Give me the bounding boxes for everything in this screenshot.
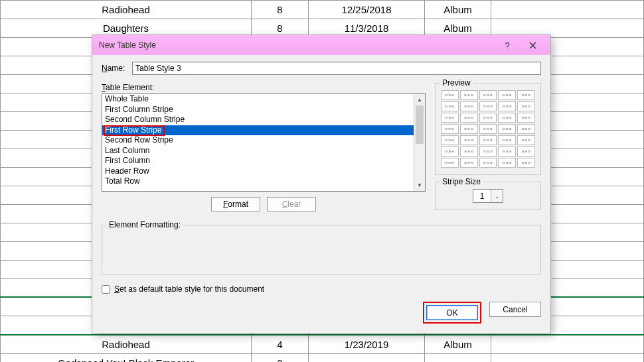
preview-cell: »»» [460, 113, 478, 123]
preview-label: Preview [440, 78, 473, 88]
preview-cell: »»» [498, 101, 516, 111]
preview-cell: »»» [498, 158, 516, 168]
table-cell[interactable]: Album [425, 1, 491, 19]
name-input[interactable] [132, 62, 541, 75]
table-cell[interactable]: 12/25/2018 [309, 1, 425, 19]
table-cell[interactable]: Radiohead [1, 1, 252, 19]
cancel-button[interactable]: Cancel [489, 302, 541, 317]
dialog-titlebar[interactable]: New Table Style ? [92, 35, 550, 55]
preview-cell: »»» [460, 158, 478, 168]
preview-cell: »»» [479, 147, 497, 156]
table-cell[interactable] [309, 353, 425, 362]
preview-cell: »»» [479, 101, 497, 111]
element-formatting-fieldset: Element Formatting: [102, 225, 541, 275]
new-table-style-dialog: New Table Style ? Name: Table Element: W… [92, 34, 551, 333]
scroll-up-icon[interactable]: ▲ [414, 94, 425, 105]
table-cell[interactable] [491, 1, 644, 19]
ok-button-highlight: OK [423, 302, 481, 324]
stripe-size-fieldset: Stripe Size ⌄ [435, 182, 541, 210]
table-cell[interactable] [425, 353, 491, 362]
listbox-item[interactable]: First Column Stripe [102, 105, 414, 115]
preview-cell: »»» [498, 147, 516, 156]
preview-cell: »»» [441, 124, 459, 134]
preview-cell: »»» [479, 90, 497, 100]
preview-cell: »»» [479, 135, 497, 145]
preview-cell: »»» [441, 135, 459, 145]
preview-cell: »»» [498, 135, 516, 145]
scroll-thumb[interactable] [416, 105, 424, 144]
table-cell[interactable]: 1/23/2019 [309, 335, 425, 354]
preview-fieldset: Preview »»»»»»»»»»»»»»»»»»»»»»»»»»»»»»»»… [435, 83, 541, 175]
preview-cell: »»» [517, 158, 535, 168]
listbox-item[interactable]: Total Row [102, 176, 414, 187]
preview-cell: »»» [460, 124, 478, 134]
preview-cell: »»» [441, 147, 459, 156]
help-button[interactable]: ? [495, 36, 520, 54]
listbox-scrollbar[interactable]: ▲ ▼ [414, 94, 425, 191]
table-cell[interactable]: 2 [252, 353, 309, 362]
listbox-item[interactable]: Second Column Stripe [102, 115, 414, 125]
table-cell[interactable] [491, 335, 644, 354]
preview-grid: »»»»»»»»»»»»»»»»»»»»»»»»»»»»»»»»»»»»»»»»… [441, 88, 535, 168]
stripe-size-label: Stripe Size [440, 177, 483, 186]
preview-cell: »»» [517, 124, 535, 134]
preview-cell: »»» [460, 90, 478, 100]
preview-cell: »»» [460, 101, 478, 111]
listbox-item[interactable]: Header Row [102, 166, 414, 177]
dialog-title: New Table Style [99, 40, 495, 50]
listbox-item[interactable]: Last Column [102, 146, 414, 156]
name-label: Name: [102, 64, 132, 73]
stripe-size-spinner[interactable]: ⌄ [473, 189, 503, 203]
preview-cell: »»» [479, 124, 497, 134]
preview-cell: »»» [498, 90, 516, 100]
chevron-down-icon[interactable]: ⌄ [491, 190, 503, 202]
table-cell[interactable]: 8 [252, 1, 309, 19]
scroll-down-icon[interactable]: ▼ [414, 180, 425, 191]
preview-cell: »»» [441, 101, 459, 111]
preview-cell: »»» [460, 147, 478, 156]
table-cell[interactable]: Radiohead [1, 335, 252, 354]
stripe-size-input[interactable] [473, 192, 491, 201]
close-button[interactable] [520, 36, 545, 54]
set-default-label: Set as default table style for this docu… [114, 284, 264, 294]
format-button[interactable]: Format [211, 197, 260, 211]
table-cell[interactable]: Godspeed You! Black Emperor [1, 353, 252, 362]
preview-cell: »»» [498, 113, 516, 123]
preview-cell: »»» [498, 124, 516, 134]
preview-cell: »»» [479, 158, 497, 168]
set-default-checkbox[interactable] [102, 285, 110, 294]
ok-button[interactable]: OK [426, 305, 478, 320]
preview-cell: »»» [517, 135, 535, 145]
preview-cell: »»» [460, 135, 478, 145]
listbox-item[interactable]: Second Row Stripe [102, 135, 414, 146]
preview-cell: »»» [441, 158, 459, 168]
preview-cell: »»» [441, 90, 459, 100]
table-cell[interactable]: Album [425, 335, 491, 354]
table-element-label: Table Element: [102, 83, 426, 92]
listbox-item[interactable]: Whole Table [102, 94, 414, 105]
table-element-listbox[interactable]: Whole TableFirst Column StripeSecond Col… [102, 93, 426, 192]
element-formatting-label: Element Formatting: [106, 220, 183, 229]
listbox-item[interactable]: First Column [102, 156, 414, 166]
preview-cell: »»» [517, 147, 535, 156]
listbox-item[interactable]: First Row Stripe [102, 125, 414, 136]
close-icon [529, 42, 536, 49]
table-cell[interactable] [491, 353, 644, 362]
preview-cell: »»» [479, 113, 497, 123]
preview-cell: »»» [517, 113, 535, 123]
preview-cell: »»» [441, 113, 459, 123]
clear-button[interactable]: Clear [267, 197, 316, 211]
preview-cell: »»» [517, 90, 535, 100]
table-cell[interactable]: 4 [252, 335, 309, 354]
preview-cell: »»» [517, 101, 535, 111]
